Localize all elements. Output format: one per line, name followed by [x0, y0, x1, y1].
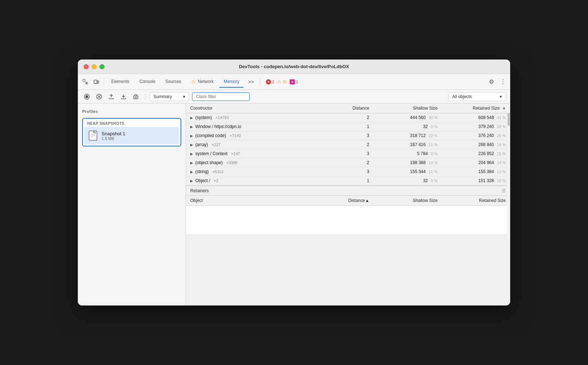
title-bar: DevTools - codepen.io/web-dot-dev/live/P… [78, 60, 510, 74]
maximize-button[interactable] [99, 64, 104, 69]
minimize-button[interactable] [92, 64, 97, 69]
retainers-retained-header[interactable]: Retained Size [442, 196, 510, 206]
heap-snapshots-label: HEAP SNAPSHOTS [84, 120, 179, 127]
tab-console[interactable]: Console [135, 76, 160, 88]
svg-point-4 [95, 83, 96, 83]
snapshot-group: HEAP SNAPSHOTS Snapshot 1 [82, 118, 181, 146]
svg-point-6 [85, 95, 88, 98]
retainers-menu-icon[interactable]: ☰ [502, 188, 506, 193]
info-icon: ■ [290, 79, 295, 84]
table-row[interactable]: ▶ (compiled code) ×7140 3 318 71222 % 37… [186, 131, 510, 140]
tab-sources[interactable]: Sources [161, 76, 186, 88]
expand-arrow-icon[interactable]: ▶ [190, 143, 193, 147]
warning-badge[interactable]: ⚠ 35 [277, 79, 287, 84]
scrollbar-thumb[interactable] [508, 111, 510, 126]
sort-arrow-icon: ▼ [502, 106, 506, 110]
expand-arrow-icon[interactable]: ▶ [190, 179, 193, 183]
constructor-table: Constructor Distance Shallow Size Retain… [186, 104, 510, 185]
load-button[interactable] [107, 92, 116, 101]
table-row[interactable]: ▶ system / Context ×147 3 5 7840 % 226 8… [186, 149, 510, 158]
retainers-object-header[interactable]: Object [186, 196, 339, 206]
dropdown-arrow-icon: ▾ [183, 94, 185, 99]
snapshot-name: Snapshot 1 [102, 131, 175, 136]
summary-dropdown[interactable]: Summary ▾ [150, 92, 189, 101]
tab-memory[interactable]: Memory [219, 76, 244, 88]
table-row[interactable]: ▶ Window / https://cdpn.io 1 320 % 379 2… [186, 122, 510, 131]
clear-button[interactable] [94, 92, 104, 101]
devtools-window: DevTools - codepen.io/web-dot-dev/live/P… [78, 60, 510, 305]
main-panel: Constructor Distance Shallow Size Retain… [186, 104, 510, 305]
network-warning-icon: ⚠ [191, 79, 195, 84]
device-toolbar-icon[interactable] [92, 77, 101, 87]
class-filter-input[interactable] [192, 92, 250, 101]
traffic-lights [84, 64, 104, 69]
objects-dropdown-arrow-icon: ▾ [500, 94, 502, 99]
svg-rect-0 [83, 79, 85, 82]
expand-arrow-icon[interactable]: ▶ [190, 161, 193, 165]
retainers-shallow-header[interactable]: Shallow Size [374, 196, 442, 206]
collect-garbage-button[interactable] [131, 92, 141, 101]
table-row[interactable]: ▶ (object shape) ×3389 2 198 38814 % 204… [186, 158, 510, 167]
retainers-table: Object Distance▲ Shallow Size Retained S… [186, 196, 510, 234]
table-row[interactable]: ▶ (array) ×227 2 167 41611 % 268 84018 % [186, 140, 510, 149]
kebab-menu-icon[interactable]: ⋮ [499, 78, 507, 86]
record-button[interactable] [82, 92, 92, 101]
info-badge[interactable]: ■ 1 [290, 79, 298, 84]
table-row[interactable]: ▶ (string) ×6313 3 155 34411 % 155 38411… [186, 167, 510, 176]
retainers-empty-row [186, 206, 510, 234]
snapshot-info: Snapshot 1 1.5 MB [102, 131, 175, 141]
warning-icon: ⚠ [277, 79, 281, 84]
content-area: Profiles HEAP SNAPSHOTS [78, 104, 510, 305]
snapshot-item[interactable]: Snapshot 1 1.5 MB [84, 127, 179, 144]
settings-icon[interactable]: ⚙ [487, 78, 496, 86]
badge-area: ✕ 2 ⚠ 35 ■ 1 [266, 79, 298, 84]
shallow-size-header[interactable]: Shallow Size [374, 104, 442, 113]
retainers-distance-header[interactable]: Distance▲ [339, 196, 374, 206]
inspect-element-icon[interactable] [81, 77, 90, 87]
error-icon: ✕ [266, 79, 271, 84]
distance-header[interactable]: Distance [339, 104, 374, 113]
secondary-toolbar: Summary ▾ All objects ▾ [78, 90, 510, 104]
toolbar-right-icons: ⚙ ⋮ [487, 78, 507, 86]
tab-elements[interactable]: Elements [107, 76, 134, 88]
expand-arrow-icon[interactable]: ▶ [190, 170, 193, 174]
tab-network[interactable]: ⚠ Network [187, 76, 218, 88]
snapshot-file-icon [88, 130, 98, 141]
error-badge[interactable]: ✕ 2 [266, 79, 274, 84]
expand-arrow-icon[interactable]: ▶ [190, 116, 193, 120]
window-title: DevTools - codepen.io/web-dot-dev/live/P… [239, 64, 349, 69]
close-button[interactable] [84, 64, 89, 69]
save-button[interactable] [119, 92, 128, 101]
main-toolbar: Elements Console Sources ⚠ Network Memor… [78, 74, 510, 90]
expand-arrow-icon[interactable]: ▶ [190, 125, 193, 129]
constructor-header[interactable]: Constructor [186, 104, 339, 113]
profiles-title: Profiles [82, 108, 181, 115]
svg-rect-3 [97, 81, 99, 83]
retained-size-header[interactable]: Retained Size ▼ [442, 104, 510, 113]
more-tabs-button[interactable]: >> [245, 78, 257, 86]
expand-arrow-icon[interactable]: ▶ [190, 134, 193, 138]
objects-dropdown[interactable]: All objects ▾ [448, 92, 506, 101]
table-row[interactable]: ▶ (system) ×14793 2 444 56030 % 608 5484… [186, 113, 510, 122]
snapshot-size: 1.5 MB [102, 136, 175, 141]
sidebar: Profiles HEAP SNAPSHOTS [78, 104, 186, 305]
expand-arrow-icon[interactable]: ▶ [190, 152, 193, 156]
retainers-header: Retainers ☰ [186, 185, 510, 196]
heap-table[interactable]: Constructor Distance Shallow Size Retain… [186, 104, 510, 305]
table-row[interactable]: ▶ Object / ×2 1 320 % 151 32810 % [186, 176, 510, 185]
